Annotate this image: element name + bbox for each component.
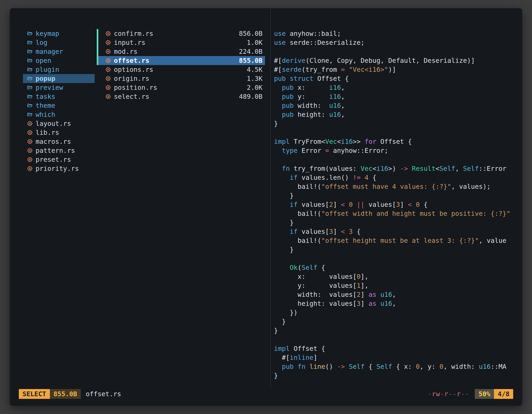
item-name: priority.rs: [36, 164, 79, 173]
code-token: width: values[: [274, 291, 357, 298]
code-token: {: [420, 201, 428, 208]
code-token: [376, 291, 380, 298]
code-token: =: [325, 147, 329, 154]
perm-char: -: [428, 390, 432, 398]
code-token: "offset must have 4 values: {:?}": [321, 183, 451, 191]
file-row-input-rs[interactable]: Rinput.rs1.0K: [98, 38, 265, 47]
item-name: which: [36, 110, 55, 119]
code-token: [274, 264, 290, 271]
code-token: anyhow::Error;: [329, 147, 388, 154]
code-token: <: [408, 201, 412, 208]
code-token: Offset {: [376, 138, 412, 145]
code-token: ,: [392, 300, 396, 308]
perm-char: r: [444, 390, 448, 398]
file-row-mod-rs[interactable]: Rmod.rs224.0B: [98, 47, 265, 56]
code-token: line: [309, 363, 325, 370]
code-token: i16: [376, 165, 388, 173]
perm-char: -: [440, 390, 444, 398]
code-token: }: [274, 192, 294, 199]
parent-item-priority-rs[interactable]: Rpriority.rs: [23, 164, 95, 173]
status-bar: SELECT 855.0B offset.rs -rw-r--r-- 50% 4…: [10, 389, 522, 399]
file-size: 1.3K: [247, 74, 263, 83]
parent-item-log[interactable]: log: [23, 38, 95, 47]
file-row-offset-rs[interactable]: Roffset.rs855.0B: [98, 56, 265, 65]
item-name: open: [36, 56, 51, 65]
file-name: offset.rs: [114, 56, 149, 65]
file-size: 489.0B: [239, 92, 263, 101]
parent-pane: keymaplogmanageropenpluginpopuppreviewta…: [10, 8, 97, 388]
code-token: Offset {: [314, 75, 349, 82]
code-token: anyhow::bail;: [286, 30, 341, 38]
code-line: fn try_from(values: Vec<i16>) -> Result<…: [274, 164, 522, 173]
code-line: if values[3] < 3 {: [274, 227, 522, 236]
code-token: pub: [282, 93, 294, 100]
code-token: 3: [349, 228, 353, 235]
parent-item-keymap[interactable]: keymap: [23, 29, 95, 38]
code-token: , y:: [420, 363, 439, 370]
rust-file-icon: R: [27, 138, 33, 145]
code-token: height: values[: [274, 300, 357, 308]
code-line: }: [274, 245, 522, 254]
file-row-origin-rs[interactable]: Rorigin.rs1.3K: [98, 74, 265, 83]
parent-item-open[interactable]: open: [23, 56, 95, 65]
code-token: "Vec<i16>": [349, 66, 388, 73]
perm-char: -: [461, 390, 465, 398]
file-size: 1.0K: [247, 38, 263, 47]
code-token: try_from(values:: [290, 165, 361, 173]
file-row-select-rs[interactable]: Rselect.rs489.0B: [98, 92, 265, 101]
svg-text:R: R: [107, 32, 109, 35]
svg-text:R: R: [107, 68, 109, 71]
parent-item-lib-rs[interactable]: Rlib.rs: [23, 128, 95, 137]
code-token: {: [369, 174, 376, 182]
code-token: }: [274, 120, 278, 127]
folder-open-icon: [27, 30, 33, 37]
code-token: ,: [341, 102, 345, 109]
parent-item-plugin[interactable]: plugin: [23, 65, 95, 74]
parent-item-pattern-rs[interactable]: Rpattern.rs: [23, 146, 95, 155]
rust-file-icon: R: [105, 39, 111, 46]
code-token: u16: [380, 300, 392, 308]
code-token: [412, 201, 416, 208]
parent-item-manager[interactable]: manager: [23, 47, 95, 56]
folder-open-icon: [27, 93, 33, 100]
code-token: u16: [329, 111, 341, 118]
item-name: layout.rs: [36, 119, 71, 128]
folder-open-icon: [27, 48, 33, 55]
code-token: values[: [298, 201, 329, 208]
parent-item-tasks[interactable]: tasks: [23, 92, 95, 101]
file-row-options-rs[interactable]: Roptions.rs4.5K: [98, 65, 265, 74]
parent-item-theme[interactable]: theme: [23, 101, 95, 110]
rust-file-icon: R: [105, 57, 111, 64]
code-line: bail!("offset must have 4 values: {:?}",…: [274, 182, 522, 191]
parent-item-popup[interactable]: popup: [23, 74, 95, 83]
parent-item-layout-rs[interactable]: Rlayout.rs: [23, 119, 95, 128]
parent-item-which[interactable]: which: [23, 110, 95, 119]
code-token: width:: [294, 102, 329, 109]
code-token: for: [365, 138, 376, 145]
svg-text:R: R: [29, 149, 31, 152]
code-token: 0: [416, 201, 420, 208]
code-token: TryFrom<: [290, 138, 325, 145]
file-size-badge: 855.0B: [50, 389, 81, 399]
parent-item-macros-rs[interactable]: Rmacros.rs: [23, 137, 95, 146]
file-row-position-rs[interactable]: Rposition.rs2.0K: [98, 83, 265, 92]
code-token: <: [341, 228, 345, 235]
code-token: fn: [282, 165, 290, 173]
code-token: Self: [376, 363, 392, 370]
code-token: }: [274, 372, 278, 379]
code-token: [274, 228, 290, 235]
parent-item-preview[interactable]: preview: [23, 83, 95, 92]
code-token: ]: [333, 201, 341, 208]
code-token: [274, 84, 282, 91]
file-row-confirm-rs[interactable]: Rconfirm.rs856.0B: [98, 29, 265, 38]
file-name: origin.rs: [114, 74, 149, 83]
code-line: pub height: u16,: [274, 110, 522, 119]
code-token: )]: [388, 66, 396, 73]
code-line: }: [274, 371, 522, 380]
rust-file-icon: R: [27, 147, 33, 154]
code-line: pub fn line() -> Self { Self { x: 0, y: …: [274, 362, 522, 371]
parent-item-preset-rs[interactable]: Rpreset.rs: [23, 155, 95, 164]
file-size: 2.0K: [247, 83, 263, 92]
code-token: [345, 201, 349, 208]
code-token: <: [341, 201, 345, 208]
